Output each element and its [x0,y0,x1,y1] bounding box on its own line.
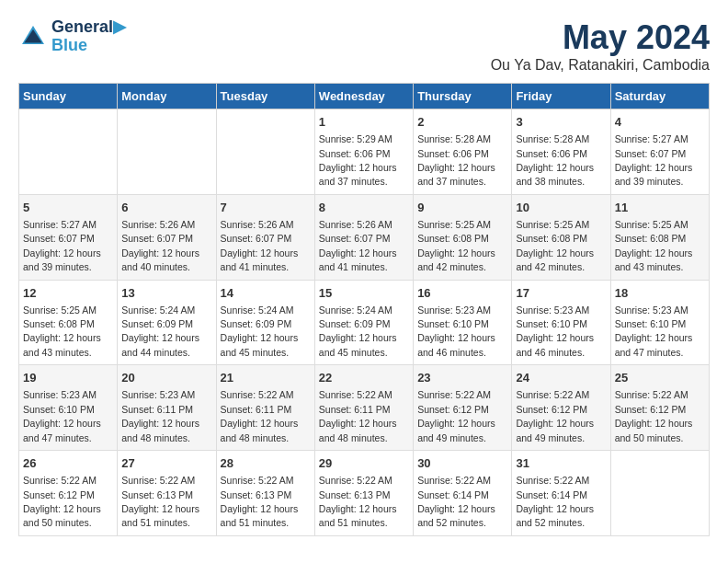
logo-icon [18,22,48,52]
day-info: Sunrise: 5:25 AM Sunset: 6:08 PM Dayligh… [516,219,594,272]
day-number: 14 [221,285,311,302]
calendar-cell: 4Sunrise: 5:27 AM Sunset: 6:07 PM Daylig… [610,109,709,195]
day-info: Sunrise: 5:26 AM Sunset: 6:07 PM Dayligh… [121,219,199,272]
calendar-cell: 28Sunrise: 5:22 AM Sunset: 6:13 PM Dayli… [216,451,314,536]
day-number: 18 [615,285,705,302]
day-info: Sunrise: 5:23 AM Sunset: 6:10 PM Dayligh… [23,389,101,442]
calendar-cell: 30Sunrise: 5:22 AM Sunset: 6:14 PM Dayli… [414,451,512,536]
calendar-cell: 12Sunrise: 5:25 AM Sunset: 6:08 PM Dayli… [19,280,118,365]
day-number: 2 [417,114,507,131]
day-number: 25 [615,370,705,386]
day-number: 3 [516,114,606,131]
day-info: Sunrise: 5:22 AM Sunset: 6:11 PM Dayligh… [221,389,299,442]
calendar-cell [118,109,216,195]
day-number: 5 [23,200,113,216]
day-number: 19 [23,370,113,386]
day-number: 23 [417,370,507,386]
calendar-cell: 24Sunrise: 5:22 AM Sunset: 6:12 PM Dayli… [512,365,610,451]
day-number: 17 [516,285,606,302]
day-number: 28 [221,455,311,472]
calendar-cell: 13Sunrise: 5:24 AM Sunset: 6:09 PM Dayli… [118,280,216,365]
calendar-cell: 29Sunrise: 5:22 AM Sunset: 6:13 PM Dayli… [314,451,413,536]
calendar-cell: 6Sunrise: 5:26 AM Sunset: 6:07 PM Daylig… [118,194,216,280]
calendar-table: SundayMondayTuesdayWednesdayThursdayFrid… [18,83,710,536]
calendar-cell: 3Sunrise: 5:28 AM Sunset: 6:06 PM Daylig… [512,109,610,195]
header-cell-wednesday: Wednesday [314,84,413,109]
header-cell-tuesday: Tuesday [216,84,314,109]
calendar-cell: 16Sunrise: 5:23 AM Sunset: 6:10 PM Dayli… [414,280,512,365]
day-info: Sunrise: 5:26 AM Sunset: 6:07 PM Dayligh… [221,219,299,272]
week-row-1: 1Sunrise: 5:29 AM Sunset: 6:06 PM Daylig… [19,109,710,195]
calendar-cell: 10Sunrise: 5:25 AM Sunset: 6:08 PM Dayli… [512,194,610,280]
day-number: 6 [121,200,211,216]
day-info: Sunrise: 5:25 AM Sunset: 6:08 PM Dayligh… [23,304,101,358]
day-info: Sunrise: 5:28 AM Sunset: 6:06 PM Dayligh… [516,133,594,187]
calendar-cell: 14Sunrise: 5:24 AM Sunset: 6:09 PM Dayli… [216,280,314,365]
day-number: 20 [121,370,211,386]
day-number: 24 [516,370,606,386]
calendar-cell: 27Sunrise: 5:22 AM Sunset: 6:13 PM Dayli… [118,451,216,536]
calendar-cell [19,109,118,195]
header-cell-sunday: Sunday [19,84,118,109]
day-info: Sunrise: 5:22 AM Sunset: 6:12 PM Dayligh… [615,389,693,442]
logo: General▶ Blue [18,18,126,55]
day-info: Sunrise: 5:24 AM Sunset: 6:09 PM Dayligh… [121,304,199,358]
calendar-cell: 25Sunrise: 5:22 AM Sunset: 6:12 PM Dayli… [610,365,709,451]
calendar-cell: 17Sunrise: 5:23 AM Sunset: 6:10 PM Dayli… [512,280,610,365]
calendar-cell: 31Sunrise: 5:22 AM Sunset: 6:14 PM Dayli… [512,451,610,536]
logo-text: General▶ Blue [51,18,126,55]
calendar-cell [610,451,709,536]
calendar-cell [216,109,314,195]
day-number: 12 [23,285,113,302]
calendar-cell: 9Sunrise: 5:25 AM Sunset: 6:08 PM Daylig… [414,194,512,280]
calendar-cell: 23Sunrise: 5:22 AM Sunset: 6:12 PM Dayli… [414,365,512,451]
calendar-cell: 20Sunrise: 5:23 AM Sunset: 6:11 PM Dayli… [118,365,216,451]
day-number: 26 [23,455,113,472]
day-number: 16 [417,285,507,302]
day-info: Sunrise: 5:22 AM Sunset: 6:14 PM Dayligh… [516,475,594,528]
day-info: Sunrise: 5:22 AM Sunset: 6:12 PM Dayligh… [516,389,594,442]
calendar-cell: 26Sunrise: 5:22 AM Sunset: 6:12 PM Dayli… [19,451,118,536]
day-info: Sunrise: 5:22 AM Sunset: 6:12 PM Dayligh… [23,475,101,528]
day-info: Sunrise: 5:22 AM Sunset: 6:11 PM Dayligh… [319,389,397,442]
calendar-cell: 5Sunrise: 5:27 AM Sunset: 6:07 PM Daylig… [19,194,118,280]
day-info: Sunrise: 5:22 AM Sunset: 6:13 PM Dayligh… [221,475,299,528]
calendar-cell: 21Sunrise: 5:22 AM Sunset: 6:11 PM Dayli… [216,365,314,451]
day-number: 27 [121,455,211,472]
day-number: 31 [516,455,606,472]
calendar-cell: 11Sunrise: 5:25 AM Sunset: 6:08 PM Dayli… [610,194,709,280]
header-cell-saturday: Saturday [610,84,709,109]
day-number: 22 [319,370,409,386]
day-number: 29 [319,455,409,472]
main-title: May 2024 [491,18,710,57]
day-number: 9 [417,200,507,216]
day-number: 15 [319,285,409,302]
day-info: Sunrise: 5:22 AM Sunset: 6:13 PM Dayligh… [319,475,397,528]
header-row: SundayMondayTuesdayWednesdayThursdayFrid… [19,84,710,109]
day-info: Sunrise: 5:28 AM Sunset: 6:06 PM Dayligh… [417,133,495,187]
day-number: 11 [615,200,705,216]
header-cell-monday: Monday [118,84,216,109]
day-info: Sunrise: 5:22 AM Sunset: 6:13 PM Dayligh… [121,475,199,528]
calendar-cell: 19Sunrise: 5:23 AM Sunset: 6:10 PM Dayli… [19,365,118,451]
day-number: 4 [615,114,705,131]
week-row-2: 5Sunrise: 5:27 AM Sunset: 6:07 PM Daylig… [19,194,710,280]
calendar-cell: 18Sunrise: 5:23 AM Sunset: 6:10 PM Dayli… [610,280,709,365]
day-info: Sunrise: 5:29 AM Sunset: 6:06 PM Dayligh… [319,133,397,187]
day-info: Sunrise: 5:27 AM Sunset: 6:07 PM Dayligh… [23,219,101,272]
calendar-cell: 15Sunrise: 5:24 AM Sunset: 6:09 PM Dayli… [314,280,413,365]
calendar-cell: 8Sunrise: 5:26 AM Sunset: 6:07 PM Daylig… [314,194,413,280]
calendar-cell: 2Sunrise: 5:28 AM Sunset: 6:06 PM Daylig… [414,109,512,195]
day-info: Sunrise: 5:23 AM Sunset: 6:10 PM Dayligh… [615,304,693,358]
day-info: Sunrise: 5:26 AM Sunset: 6:07 PM Dayligh… [319,219,397,272]
day-number: 30 [417,455,507,472]
day-number: 21 [221,370,311,386]
title-area: May 2024 Ou Ya Dav, Ratanakiri, Cambodia [491,18,710,74]
week-row-4: 19Sunrise: 5:23 AM Sunset: 6:10 PM Dayli… [19,365,710,451]
day-info: Sunrise: 5:27 AM Sunset: 6:07 PM Dayligh… [615,133,693,187]
day-info: Sunrise: 5:22 AM Sunset: 6:12 PM Dayligh… [417,389,495,442]
calendar-cell: 22Sunrise: 5:22 AM Sunset: 6:11 PM Dayli… [314,365,413,451]
day-info: Sunrise: 5:24 AM Sunset: 6:09 PM Dayligh… [221,304,299,358]
page-header: General▶ Blue May 2024 Ou Ya Dav, Ratana… [18,18,710,74]
day-number: 8 [319,200,409,216]
